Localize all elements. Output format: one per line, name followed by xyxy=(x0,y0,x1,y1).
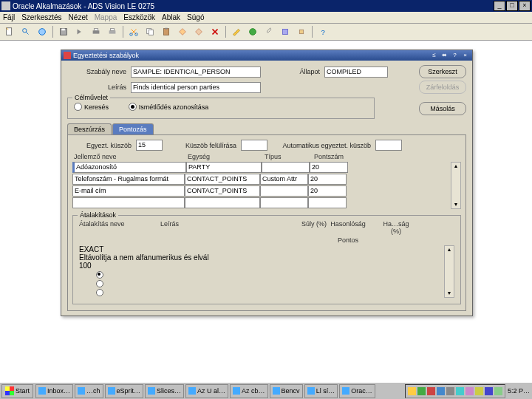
tab-beszurzas[interactable]: Beszúrzás xyxy=(67,123,112,134)
modal-help-icon[interactable]: ? xyxy=(450,52,460,60)
cell-jellemzo[interactable] xyxy=(72,197,185,208)
taskbar-task[interactable]: Orac… xyxy=(339,384,375,398)
tb-save-icon[interactable] xyxy=(57,25,70,38)
cell-at-radio[interactable] xyxy=(79,280,120,287)
menu-fajl[interactable]: Fájl xyxy=(3,13,15,21)
start-button[interactable]: Start xyxy=(1,384,33,398)
tray-icon[interactable] xyxy=(437,387,445,395)
at-scrollbar[interactable]: ▲▼ xyxy=(444,245,454,298)
menubar: Fájl Szerkesztés Nézet Mappa Eszközök Ab… xyxy=(0,12,532,24)
tabs: Beszúrzás Pontozás xyxy=(67,123,466,134)
cell-pontszam[interactable]: 20 xyxy=(310,162,348,173)
tb-folder-icon[interactable] xyxy=(295,25,308,38)
svg-line-2 xyxy=(26,32,29,35)
modal-expand-icon[interactable]: ⬌ xyxy=(440,52,449,60)
szabaly-neve-field[interactable]: SAMPLE: IDENTICAL_PERSON xyxy=(131,66,261,78)
tray-icon[interactable] xyxy=(475,387,483,395)
tb-edit-icon[interactable] xyxy=(230,25,243,38)
tray-icon[interactable] xyxy=(427,387,435,395)
cell-egyseg[interactable]: PARTY xyxy=(186,162,262,173)
leiras-field[interactable]: Finds identical person parties xyxy=(131,82,261,93)
menu-sugo[interactable]: Súgó xyxy=(187,13,204,21)
hdr-at-hasonpct: Ha…ság (%) xyxy=(378,220,415,235)
modal-close-icon[interactable]: × xyxy=(460,52,470,60)
menu-nezet[interactable]: Nézet xyxy=(69,13,88,21)
tray-icon[interactable] xyxy=(494,387,502,395)
menu-mappa[interactable]: Mappa xyxy=(95,13,117,21)
taskbar-task[interactable]: …ch xyxy=(75,384,103,398)
cell-egyseg[interactable]: CONTACT_POINTS xyxy=(185,185,260,197)
tray-icon[interactable] xyxy=(466,387,474,395)
tb-tool-icon[interactable] xyxy=(279,25,292,38)
cell-pontszam[interactable]: 20 xyxy=(308,185,347,197)
cell-at-radio[interactable] xyxy=(79,289,120,296)
menu-ablak[interactable]: Ablak xyxy=(162,13,180,21)
tray-icon[interactable] xyxy=(417,387,426,395)
tb-clear2-icon[interactable] xyxy=(192,25,205,38)
clock: 5:2 P… xyxy=(508,387,530,395)
allapot-field[interactable]: COMPILED xyxy=(324,66,388,78)
tb-print-icon[interactable] xyxy=(89,25,103,38)
tray-icon[interactable] xyxy=(456,387,464,395)
egyezt-kuszob-field[interactable]: 15 xyxy=(136,140,163,151)
tb-copy-icon[interactable] xyxy=(143,25,157,38)
taskbar-task[interactable]: Ll sí… xyxy=(304,384,338,398)
tray-icon[interactable] xyxy=(408,387,416,395)
cell-tipus[interactable] xyxy=(260,197,308,208)
taskbar-task[interactable]: eSprit… xyxy=(105,384,144,398)
close-button[interactable]: × xyxy=(519,1,531,11)
taskbar-task[interactable]: Bencv xyxy=(270,384,303,398)
tb-print2-icon[interactable] xyxy=(106,25,119,38)
taskbar-task[interactable]: Slices… xyxy=(145,384,184,398)
cell-tipus[interactable] xyxy=(260,185,308,197)
tb-attach-icon[interactable] xyxy=(262,25,276,38)
cell-at-leiras[interactable]: Eltávolítja a nem alfanumerikus és elvál xyxy=(79,253,216,262)
menu-szerkesztes[interactable]: Szerkesztés xyxy=(21,13,61,21)
modal-prev-icon[interactable]: ≤ xyxy=(429,52,439,60)
kereses-radio[interactable]: Keresés xyxy=(74,103,109,111)
svg-rect-18 xyxy=(299,30,303,33)
cell-jellemzo[interactable]: Adóazonosító xyxy=(72,162,186,173)
kuszob-felul-field[interactable] xyxy=(241,140,267,151)
cell-egyseg[interactable]: CONTACT_POINTS xyxy=(185,174,260,185)
minimize-button[interactable]: _ xyxy=(494,1,505,11)
ismetlodes-radio[interactable]: Ismétlődés azonosítása xyxy=(129,103,209,111)
hdr-at-suly: Súly (%) xyxy=(301,220,327,235)
tb-find-icon[interactable] xyxy=(19,25,33,38)
tb-delete-icon[interactable] xyxy=(208,25,222,38)
masolas-button[interactable]: Másolás xyxy=(419,102,466,115)
zarfeloldas-button[interactable]: Zárfeloldás xyxy=(419,81,466,94)
cell-jellemzo[interactable]: Telefonszám - Rugalmas formát xyxy=(72,174,185,185)
maximize-button[interactable]: □ xyxy=(506,1,518,11)
auto-kuszob-field[interactable] xyxy=(375,140,402,151)
cell-at-neve[interactable]: EXACT xyxy=(79,245,157,253)
tb-paste-icon[interactable] xyxy=(160,25,173,38)
tb-cut-icon[interactable] xyxy=(127,25,140,38)
tab-pontozas[interactable]: Pontozás xyxy=(112,123,154,134)
taskbar-task[interactable]: Inbox… xyxy=(35,384,73,398)
tray-icon[interactable] xyxy=(485,387,493,395)
cell-jellemzo[interactable]: E-mail cím xyxy=(72,185,185,197)
menu-eszkozok[interactable]: Eszközök xyxy=(123,13,155,21)
cell-tipus[interactable]: Custom Attr xyxy=(260,174,308,185)
tb-new-icon[interactable] xyxy=(3,25,16,38)
modal-titlebar: Egyeztetési szabályok ≤ ⬌ ? × xyxy=(61,50,472,61)
tb-next-icon[interactable] xyxy=(73,25,86,38)
tb-nav-icon[interactable] xyxy=(35,25,49,38)
tb-help-icon[interactable]: ? xyxy=(316,25,330,38)
cell-pontszam[interactable]: 20 xyxy=(308,174,347,185)
tb-clear-icon[interactable] xyxy=(176,25,189,38)
taskbar-task[interactable]: Az U al… xyxy=(185,384,228,398)
cell-at-radio[interactable] xyxy=(79,271,120,279)
tb-translate-icon[interactable] xyxy=(246,25,259,38)
szerkeszt-button[interactable]: Szerkeszt xyxy=(419,65,466,78)
cell-at-suly[interactable]: 100 xyxy=(79,262,103,270)
cell-pontszam[interactable] xyxy=(308,197,347,208)
cell-egyseg[interactable] xyxy=(185,197,260,208)
cell-tipus[interactable] xyxy=(262,162,310,173)
tray-icon[interactable] xyxy=(446,387,454,395)
task-icon xyxy=(233,387,240,395)
grid-scrollbar[interactable]: ▲▼ xyxy=(451,162,461,209)
taskbar-task[interactable]: Az cb… xyxy=(230,384,268,398)
svg-point-16 xyxy=(250,29,256,35)
